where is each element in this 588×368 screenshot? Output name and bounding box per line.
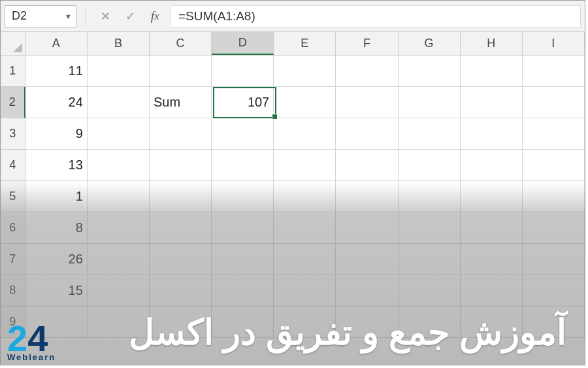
cell-H8[interactable] [461,275,523,307]
cell-A5[interactable]: 1 [25,181,88,212]
select-all-button[interactable] [1,32,25,55]
insert-function-icon[interactable]: fx [145,7,165,26]
cell-A9[interactable] [25,307,88,338]
cell-C3[interactable] [150,118,212,150]
cell-H1[interactable] [461,56,523,87]
row-header-4[interactable]: 4 [1,150,25,181]
cell-G4[interactable] [399,150,461,181]
row-header-7[interactable]: 7 [1,244,25,275]
row-header-5[interactable]: 5 [1,181,25,212]
formula-input[interactable] [178,9,572,24]
cell-G2[interactable] [399,87,461,118]
cell-G7[interactable] [399,244,461,275]
cell-G3[interactable] [399,118,461,150]
cell-H7[interactable] [461,244,523,275]
row-header-1[interactable]: 1 [1,56,25,87]
cell-I6[interactable] [523,212,585,244]
cell-G8[interactable] [399,275,461,307]
cell-F1[interactable] [336,56,398,87]
cell-I5[interactable] [523,181,585,212]
col-header-H[interactable]: H [461,32,523,55]
cell-I3[interactable] [523,118,585,150]
cell-H4[interactable] [461,150,523,181]
cell-E4[interactable] [274,150,336,181]
cell-I7[interactable] [523,244,585,275]
cell-A2[interactable]: 24 [25,87,88,118]
cell-H9[interactable] [461,307,523,338]
cell-B3[interactable] [88,118,150,150]
cell-E1[interactable] [274,56,336,87]
cell-C7[interactable] [150,244,212,275]
cell-E2[interactable] [274,87,336,118]
cell-I4[interactable] [523,150,585,181]
cell-I8[interactable] [523,275,585,307]
cell-G6[interactable] [399,212,461,244]
cell-I1[interactable] [523,56,585,87]
cell-F9[interactable] [336,307,398,338]
cell-A8[interactable]: 15 [25,275,88,307]
cell-B2[interactable] [88,87,150,118]
cell-D4[interactable] [212,150,274,181]
cell-E5[interactable] [274,181,336,212]
cell-F2[interactable] [336,87,398,118]
cell-F7[interactable] [336,244,398,275]
cell-D5[interactable] [212,181,274,212]
cell-H6[interactable] [461,212,523,244]
cell-C4[interactable] [150,150,212,181]
cell-A3[interactable]: 9 [25,118,88,150]
cell-B7[interactable] [88,244,150,275]
cell-B5[interactable] [88,181,150,212]
cell-H2[interactable] [461,87,523,118]
cell-E8[interactable] [274,275,336,307]
col-header-C[interactable]: C [150,32,212,55]
cell-F5[interactable] [336,181,398,212]
row-header-9[interactable]: 9 [1,307,25,338]
cell-F6[interactable] [336,212,398,244]
cell-C1[interactable] [150,56,212,87]
cell-H5[interactable] [461,181,523,212]
cell-G9[interactable] [399,307,461,338]
cell-D9[interactable] [212,307,274,338]
col-header-G[interactable]: G [399,32,461,55]
row-header-6[interactable]: 6 [1,212,25,244]
cell-F3[interactable] [336,118,398,150]
row-header-8[interactable]: 8 [1,275,25,307]
row-header-2[interactable]: 2 [1,87,25,118]
cell-E3[interactable] [274,118,336,150]
cell-A7[interactable]: 26 [25,244,88,275]
col-header-I[interactable]: I [523,32,585,55]
col-header-D[interactable]: D [212,32,274,55]
cell-I2[interactable] [523,87,585,118]
cell-E7[interactable] [274,244,336,275]
col-header-F[interactable]: F [336,32,398,55]
cell-C5[interactable] [150,181,212,212]
cell-C2[interactable]: Sum [150,87,212,118]
cancel-icon[interactable]: ✕ [95,7,115,26]
cell-B8[interactable] [88,275,150,307]
cell-F8[interactable] [336,275,398,307]
cell-G1[interactable] [399,56,461,87]
name-box[interactable]: D2 ▼ [5,5,76,27]
cell-B1[interactable] [88,56,150,87]
cell-D6[interactable] [212,212,274,244]
cell-D1[interactable] [212,56,274,87]
cell-A6[interactable]: 8 [25,212,88,244]
cell-D8[interactable] [212,275,274,307]
cell-A1[interactable]: 11 [25,56,88,87]
cell-B9[interactable] [88,307,150,338]
cell-A4[interactable]: 13 [25,150,88,181]
col-header-B[interactable]: B [88,32,150,55]
cell-B4[interactable] [88,150,150,181]
cell-F4[interactable] [336,150,398,181]
cell-E6[interactable] [274,212,336,244]
col-header-A[interactable]: A [25,32,88,55]
row-header-3[interactable]: 3 [1,118,25,150]
cell-B6[interactable] [88,212,150,244]
cell-H3[interactable] [461,118,523,150]
chevron-down-icon[interactable]: ▼ [65,12,72,20]
cell-G5[interactable] [399,181,461,212]
cell-D7[interactable] [212,244,274,275]
cell-I9[interactable] [523,307,585,338]
cell-C8[interactable] [150,275,212,307]
cell-D2[interactable]: 107 [212,87,274,118]
